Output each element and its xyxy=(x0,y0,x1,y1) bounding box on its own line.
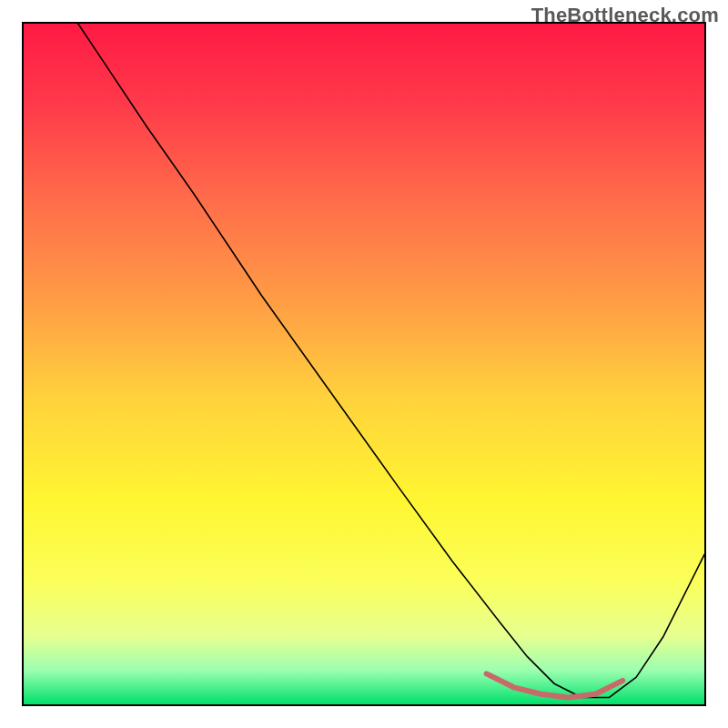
gradient-background xyxy=(24,24,704,704)
chart-canvas: TheBottleneck.com xyxy=(0,0,728,728)
plot-svg xyxy=(24,24,704,704)
plot-frame xyxy=(22,22,706,706)
